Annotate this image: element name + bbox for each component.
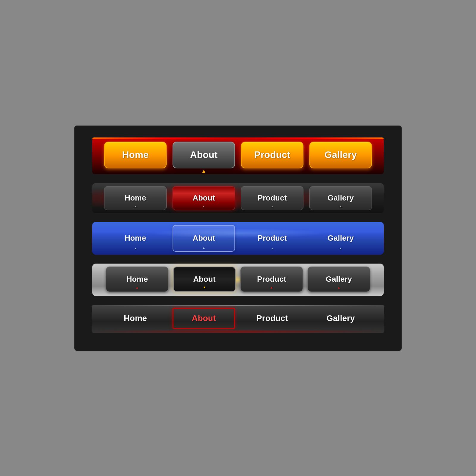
navbar-2: Home About Product Gallery [92, 183, 384, 213]
nav4-gallery-button[interactable]: Gallery [308, 267, 370, 292]
nav2-home-button[interactable]: Home [104, 186, 167, 210]
nav2-home-label: Home [125, 193, 146, 203]
nav4-product-label: Product [257, 275, 286, 284]
nav3-product-button[interactable]: Product [241, 225, 303, 252]
nav3-product-label: Product [258, 234, 287, 243]
nav2-gallery-label: Gallery [328, 193, 354, 203]
navbar-3: Home About Product Gallery [92, 222, 384, 255]
nav2-product-label: Product [258, 193, 287, 203]
nav2-about-label: About [192, 193, 215, 203]
nav3-home-button[interactable]: Home [104, 225, 167, 252]
nav4-about-button[interactable]: About [173, 267, 236, 292]
navbar-4: Home About Product Gallery [92, 264, 384, 296]
navbar-5: Home About Product Gallery [92, 305, 384, 333]
nav1-home-label: Home [122, 149, 149, 160]
nav3-about-label: About [192, 234, 215, 243]
nav5-home-button[interactable]: Home [104, 308, 167, 329]
nav4-home-button[interactable]: Home [106, 267, 168, 292]
nav1-about-label: About [190, 149, 217, 160]
nav5-product-label: Product [256, 314, 288, 323]
nav5-product-button[interactable]: Product [241, 308, 303, 329]
nav1-home-button[interactable]: Home [104, 142, 167, 168]
nav1-about-button[interactable]: About [173, 142, 235, 168]
nav5-about-label: About [192, 314, 216, 323]
nav4-home-label: Home [126, 275, 148, 284]
nav4-product-button[interactable]: Product [240, 267, 303, 292]
nav5-home-label: Home [124, 314, 147, 323]
nav3-home-label: Home [125, 234, 146, 243]
nav1-gallery-button[interactable]: Gallery [309, 142, 372, 168]
nav5-about-button[interactable]: About [173, 308, 235, 329]
main-container: Home About Product Gallery Home About Pr… [74, 126, 402, 351]
nav4-gallery-label: Gallery [326, 275, 352, 284]
navbar-1: Home About Product Gallery [92, 137, 384, 174]
nav1-product-button[interactable]: Product [241, 142, 303, 168]
nav3-gallery-label: Gallery [328, 234, 354, 243]
nav1-gallery-label: Gallery [325, 149, 357, 160]
nav2-product-button[interactable]: Product [241, 186, 303, 210]
nav3-gallery-button[interactable]: Gallery [309, 225, 372, 252]
nav3-about-button[interactable]: About [173, 225, 235, 252]
nav5-gallery-label: Gallery [327, 314, 355, 323]
nav1-product-label: Product [254, 149, 290, 160]
nav2-gallery-button[interactable]: Gallery [309, 186, 372, 210]
nav5-gallery-button[interactable]: Gallery [309, 308, 372, 329]
nav4-about-label: About [193, 275, 215, 284]
nav2-about-button[interactable]: About [173, 186, 235, 210]
